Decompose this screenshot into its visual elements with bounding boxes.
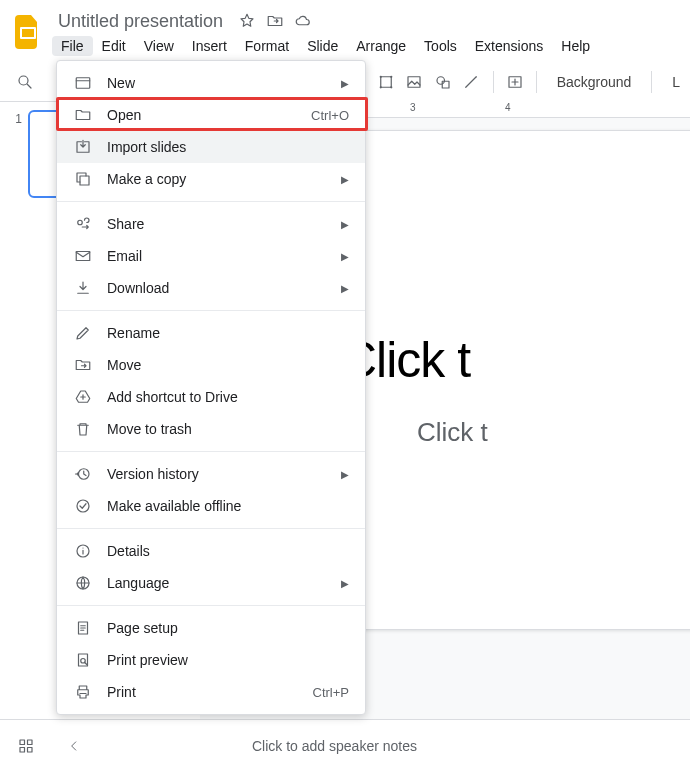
menu-item-import-slides[interactable]: Import slides — [57, 131, 365, 163]
select-tool-icon[interactable] — [375, 68, 398, 96]
globe-icon — [73, 573, 93, 593]
menu-item-make-a-copy[interactable]: Make a copy▶ — [57, 163, 365, 195]
submenu-arrow-icon: ▶ — [341, 469, 349, 480]
menubar: FileEditViewInsertFormatSlideArrangeTool… — [52, 34, 599, 58]
background-button[interactable]: Background — [547, 74, 642, 90]
menu-item-new[interactable]: New▶ — [57, 67, 365, 99]
menu-item-label: Details — [107, 543, 349, 559]
shape-icon[interactable] — [432, 68, 455, 96]
svg-point-5 — [390, 75, 392, 77]
ruler-mark: 4 — [505, 102, 511, 113]
menu-item-label: Page setup — [107, 620, 349, 636]
menu-edit[interactable]: Edit — [93, 36, 135, 56]
svg-rect-14 — [20, 747, 25, 752]
menu-item-label: Add shortcut to Drive — [107, 389, 349, 405]
menu-arrange[interactable]: Arrange — [347, 36, 415, 56]
move-icon — [73, 355, 93, 375]
svg-point-6 — [379, 86, 381, 88]
menu-separator — [57, 310, 365, 311]
svg-rect-13 — [28, 740, 33, 745]
copy-icon — [73, 169, 93, 189]
svg-rect-15 — [28, 747, 33, 752]
menu-item-share[interactable]: Share▶ — [57, 208, 365, 240]
menu-item-make-available-offline[interactable]: Make available offline — [57, 490, 365, 522]
slides-logo[interactable] — [10, 8, 46, 56]
slide-subtitle-placeholder[interactable]: Click t — [417, 417, 690, 448]
menu-item-version-history[interactable]: Version history▶ — [57, 458, 365, 490]
menu-extensions[interactable]: Extensions — [466, 36, 552, 56]
svg-rect-12 — [20, 740, 25, 745]
svg-rect-10 — [442, 81, 449, 88]
cloud-status-icon[interactable] — [293, 11, 313, 31]
document-title[interactable]: Untitled presentation — [52, 9, 229, 34]
menu-view[interactable]: View — [135, 36, 183, 56]
svg-rect-3 — [381, 76, 392, 87]
submenu-arrow-icon: ▶ — [341, 219, 349, 230]
menu-separator — [57, 451, 365, 452]
speaker-notes-placeholder[interactable]: Click to add speaker notes — [252, 738, 417, 754]
menu-tools[interactable]: Tools — [415, 36, 466, 56]
import-icon — [73, 137, 93, 157]
svg-point-7 — [390, 86, 392, 88]
menu-item-label: Version history — [107, 466, 341, 482]
menu-item-move[interactable]: Move — [57, 349, 365, 381]
menu-file[interactable]: File — [52, 36, 93, 56]
menu-separator — [57, 605, 365, 606]
menu-item-label: Print preview — [107, 652, 349, 668]
menu-item-label: Open — [107, 107, 311, 123]
grid-view-icon[interactable] — [16, 736, 36, 756]
menu-item-label: New — [107, 75, 341, 91]
star-icon[interactable] — [237, 11, 257, 31]
page-icon — [73, 618, 93, 638]
menu-item-print-preview[interactable]: Print preview — [57, 644, 365, 676]
slide-number: 1 — [8, 110, 22, 198]
menu-item-email[interactable]: Email▶ — [57, 240, 365, 272]
search-icon[interactable] — [14, 68, 37, 96]
menu-item-label: Share — [107, 216, 341, 232]
menu-item-open[interactable]: OpenCtrl+O — [57, 99, 365, 131]
menu-format[interactable]: Format — [236, 36, 298, 56]
preview-icon — [73, 650, 93, 670]
menu-help[interactable]: Help — [552, 36, 599, 56]
file-menu-dropdown: New▶OpenCtrl+OImport slidesMake a copy▶S… — [56, 60, 366, 715]
drive-add-icon — [73, 387, 93, 407]
pencil-icon — [73, 323, 93, 343]
chevron-left-icon[interactable] — [64, 736, 84, 756]
line-icon[interactable] — [460, 68, 483, 96]
menu-shortcut: Ctrl+O — [311, 108, 349, 123]
menu-item-language[interactable]: Language▶ — [57, 567, 365, 599]
comment-icon[interactable] — [503, 68, 526, 96]
menu-slide[interactable]: Slide — [298, 36, 347, 56]
menu-item-label: Email — [107, 248, 341, 264]
menu-item-details[interactable]: Details — [57, 535, 365, 567]
svg-point-4 — [379, 75, 381, 77]
menu-item-download[interactable]: Download▶ — [57, 272, 365, 304]
svg-rect-1 — [22, 29, 34, 37]
menu-item-label: Import slides — [107, 139, 349, 155]
menu-shortcut: Ctrl+P — [313, 685, 349, 700]
menu-insert[interactable]: Insert — [183, 36, 236, 56]
svg-rect-8 — [408, 76, 420, 87]
slide-title-placeholder[interactable]: Click t — [341, 331, 690, 389]
download-icon — [73, 278, 93, 298]
offline-icon — [73, 496, 93, 516]
menu-item-print[interactable]: PrintCtrl+P — [57, 676, 365, 708]
submenu-arrow-icon: ▶ — [341, 283, 349, 294]
ruler-mark: 3 — [410, 102, 416, 113]
toolbar-separator — [536, 71, 537, 93]
menu-item-rename[interactable]: Rename — [57, 317, 365, 349]
move-to-folder-icon[interactable] — [265, 11, 285, 31]
svg-point-9 — [437, 76, 445, 84]
submenu-arrow-icon: ▶ — [341, 251, 349, 262]
menu-item-add-shortcut-to-drive[interactable]: Add shortcut to Drive — [57, 381, 365, 413]
menu-item-label: Make a copy — [107, 171, 341, 187]
menu-item-label: Make available offline — [107, 498, 349, 514]
image-icon[interactable] — [403, 68, 426, 96]
footer: Click to add speaker notes — [0, 719, 690, 771]
layout-button-partial[interactable]: L — [662, 74, 690, 90]
menu-item-page-setup[interactable]: Page setup — [57, 612, 365, 644]
titlebar: Untitled presentation FileEditViewInsert… — [0, 0, 690, 58]
toolbar-separator — [651, 71, 652, 93]
menu-item-move-to-trash[interactable]: Move to trash — [57, 413, 365, 445]
menu-item-label: Move to trash — [107, 421, 349, 437]
